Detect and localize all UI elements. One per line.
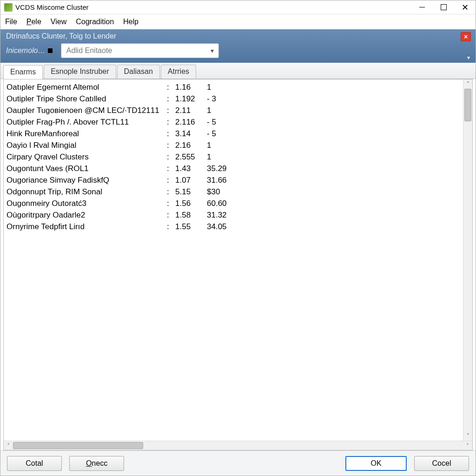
row-label: Ornyrime Tedpfirt Lirıd: [7, 221, 167, 232]
row-separator: :: [167, 93, 175, 105]
cotal-button[interactable]: Cotal: [7, 456, 62, 471]
row-separator: :: [167, 139, 175, 151]
menu-help[interactable]: Help: [123, 18, 139, 26]
row-separator: :: [167, 81, 175, 93]
list-row[interactable]: Hink RureManfıoreal: 3.14- 5: [7, 128, 460, 139]
row-label: Odgonnupt Trip, RIM Sonal: [7, 186, 167, 198]
row-separator: :: [167, 174, 175, 186]
row-value-2: 60.60: [207, 198, 227, 209]
header-combobox[interactable]: Adlid Enitaote ▾: [61, 43, 219, 58]
row-label: Ougontunt Vaes (ROL1: [7, 163, 167, 174]
row-separator: :: [167, 151, 175, 163]
menu-file[interactable]: File: [5, 18, 17, 26]
row-separator: :: [167, 128, 175, 139]
minimize-button[interactable]: [411, 0, 433, 14]
maximize-button[interactable]: [433, 0, 454, 14]
row-value-2: 31.32: [207, 209, 227, 221]
row-value-1: 1.58: [175, 209, 207, 221]
row-label: Ougoriance Simvay FadiskfQ: [7, 174, 167, 186]
header-line1: Dtrinafucs Clunter, Toig to Lender: [6, 32, 470, 40]
row-separator: :: [167, 105, 175, 116]
row-value-1: 1.16: [175, 81, 207, 93]
header-mini-icon: [48, 48, 53, 53]
chevron-down-icon: ▾: [211, 47, 214, 54]
tab-enarms[interactable]: Enarms: [3, 65, 43, 79]
row-value-2: 31.66: [207, 174, 227, 186]
row-value-1: 2.555: [175, 151, 207, 163]
content-panel: Oatıpler Egemernt Altemol: 1.161Outipler…: [3, 79, 473, 450]
row-separator: :: [167, 186, 175, 198]
scroll-area: Oatıpler Egemernt Altemol: 1.161Outipler…: [4, 79, 472, 441]
row-value-1: 1.43: [175, 163, 207, 174]
tab-strip: Enarms Esnople Instruber Daliasan Atrrie…: [0, 63, 476, 79]
cocel-button[interactable]: Cocel: [414, 456, 469, 471]
row-label: Outipler Tripe Shore Catılled: [7, 93, 167, 105]
row-label: Oùgoritrpary Oadarle2: [7, 209, 167, 221]
titlebar: VCDS Miscome Cluster ✕: [0, 0, 476, 14]
row-value-1: 5.15: [175, 186, 207, 198]
tab-esnople-instruber[interactable]: Esnople Instruber: [44, 65, 116, 79]
list-row[interactable]: Ougontunt Vaes (ROL1: 1.4335.29: [7, 163, 460, 174]
button-bar: Cotal Onecc OK Cocel: [0, 450, 476, 476]
row-value-2: 1: [207, 105, 211, 116]
panel-close-button[interactable]: ×: [461, 32, 471, 41]
row-label: Cirpary Qravel Clusters: [7, 151, 167, 163]
row-label: Oaupler Tugoвienoen @CM LEC/·TD12111: [7, 105, 167, 116]
row-value-1: 3.14: [175, 128, 207, 139]
tab-daliasan[interactable]: Daliasan: [117, 65, 160, 79]
scroll-down-icon[interactable]: ˅: [463, 431, 472, 441]
scroll-up-icon[interactable]: ˄: [463, 79, 472, 89]
row-label: Outipler Frag-Ph /. Abover TCTL11: [7, 116, 167, 128]
list-row[interactable]: Cirpary Qravel Clusters: 2.5551: [7, 151, 460, 163]
panel-overflow-icon[interactable]: ▾: [467, 54, 470, 61]
row-value-2: $30: [207, 186, 220, 198]
window-title: VCDS Miscome Cluster: [15, 3, 89, 11]
row-value-2: - 3: [207, 93, 216, 105]
onecc-button[interactable]: Onecc: [69, 456, 124, 471]
list-row[interactable]: Ougonmeiry Outoratć3: 1.5660.60: [7, 198, 460, 209]
header-line2: Inicemolo…: [6, 46, 53, 55]
row-value-2: 34.05: [207, 221, 227, 232]
app-window: VCDS Miscome Cluster ✕ File Pele View Co…: [0, 0, 476, 476]
ok-button[interactable]: OK: [345, 456, 407, 471]
list-row[interactable]: Ornyrime Tedpfirt Lirıd: 1.5534.05: [7, 221, 460, 232]
menu-pele[interactable]: Pele: [26, 18, 41, 26]
row-value-1: 1.07: [175, 174, 207, 186]
scroll-right-icon[interactable]: ˃: [463, 443, 472, 449]
window-close-button[interactable]: ✕: [454, 0, 476, 14]
row-value-2: 35.29: [207, 163, 227, 174]
menu-view[interactable]: View: [51, 18, 66, 26]
row-value-2: - 5: [207, 116, 216, 128]
data-list: Oatıpler Egemernt Altemol: 1.161Outipler…: [4, 79, 463, 441]
list-row[interactable]: Oaupler Tugoвienoen @CM LEC/·TD12111: 2.…: [7, 105, 460, 116]
vscroll-thumb[interactable]: [464, 89, 471, 121]
list-row[interactable]: Ougoriance Simvay FadiskfQ: 1.0731.66: [7, 174, 460, 186]
list-row[interactable]: Odgonnupt Trip, RIM Sonal: 5.15$30: [7, 186, 460, 198]
menubar: File Pele View Cogradition Help: [0, 14, 476, 29]
list-row[interactable]: Oayio l Rval Mingial: 2.161: [7, 139, 460, 151]
vertical-scrollbar[interactable]: ˄ ˅: [463, 79, 472, 441]
row-value-2: - 5: [207, 128, 216, 139]
row-separator: :: [167, 221, 175, 232]
row-value-2: 1: [207, 139, 211, 151]
row-label: Oatıpler Egemernt Altemol: [7, 81, 167, 93]
list-row[interactable]: Outipler Frag-Ph /. Abover TCTL11: 2.116…: [7, 116, 460, 128]
row-value-1: 1.56: [175, 198, 207, 209]
row-label: Hink RureManfıoreal: [7, 128, 167, 139]
row-separator: :: [167, 198, 175, 209]
horizontal-scrollbar[interactable]: ˂ ˃: [4, 441, 472, 450]
row-label: Oayio l Rval Mingial: [7, 139, 167, 151]
tab-atrries[interactable]: Atrries: [161, 65, 196, 79]
menu-cogradition[interactable]: Cogradition: [76, 18, 114, 26]
list-row[interactable]: Oùgoritrpary Oadarle2: 1.5831.32: [7, 209, 460, 221]
scroll-left-icon[interactable]: ˂: [4, 443, 13, 449]
header-strip: Dtrinafucs Clunter, Toig to Lender Inice…: [0, 29, 476, 63]
app-icon: [4, 3, 13, 12]
row-value-1: 1.55: [175, 221, 207, 232]
row-separator: :: [167, 209, 175, 221]
list-row[interactable]: Outipler Tripe Shore Catılled: 1.192- 3: [7, 93, 460, 105]
row-value-1: 2.116: [175, 116, 207, 128]
hscroll-thumb[interactable]: [13, 442, 143, 449]
list-row[interactable]: Oatıpler Egemernt Altemol: 1.161: [7, 81, 460, 93]
combobox-value: Adlid Enitaote: [66, 46, 112, 55]
